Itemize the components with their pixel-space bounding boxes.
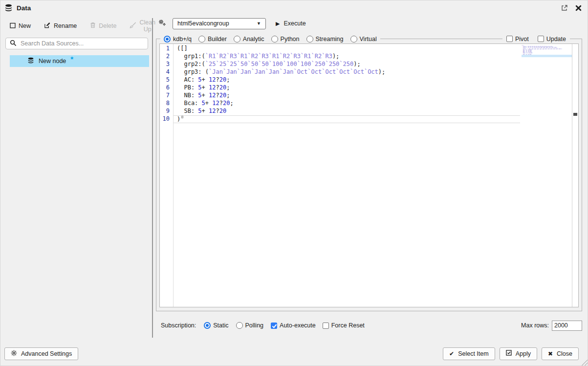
toolbar-new-button[interactable]: New [10, 22, 31, 30]
checkbox-label: Update [546, 36, 566, 43]
modified-indicator: * [70, 57, 73, 62]
chevron-down-icon: ▼ [257, 21, 261, 26]
radio-label: Analytic [243, 36, 264, 43]
max-rows-group: Max rows: [521, 321, 582, 331]
mode-kdb-q-radio[interactable]: kdb+/q [164, 36, 192, 43]
code-line: PB: 5+ 12?20; [174, 84, 520, 92]
force-reset-checkbox[interactable]: Force Reset [323, 322, 365, 329]
line-number: 6 [160, 84, 173, 92]
node-label: New node [39, 58, 66, 65]
auto-execute-checkbox[interactable]: Auto-execute [271, 322, 316, 329]
connection-settings-icon[interactable] [158, 19, 166, 28]
radio-icon [236, 322, 243, 329]
mode-python-radio[interactable]: Python [271, 36, 300, 43]
x-icon: ✖ [548, 350, 553, 357]
query-type-radios: kdb+/qBuilderAnalyticPythonStreamingVirt… [160, 34, 380, 44]
toolbar-button-label: New [19, 22, 31, 29]
advanced-settings-label: Advanced Settings [21, 350, 72, 357]
data-dialog: Data NewRenameDeleteClean Up New node* [0, 0, 588, 366]
query-group: kdb+/qBuilderAnalyticPythonStreamingVirt… [156, 39, 582, 311]
checkbox-label: Pivot [515, 36, 529, 43]
search-icon [10, 40, 16, 47]
select-item-button[interactable]: ✔ Select Item [443, 347, 495, 360]
checkbox-icon [323, 323, 329, 329]
subscription-checkboxes: Auto-executeForce Reset [271, 322, 371, 329]
scrollbar-thumb[interactable] [573, 113, 577, 116]
code-line: grp3: (`Jan`Jan`Jan`Jan`Jan`Jan`Oct`Oct`… [174, 68, 520, 76]
new-file-icon [10, 22, 16, 30]
check-icon: ✔ [449, 350, 454, 357]
dialog-footer: Advanced Settings ✔ Select Item Apply ✖ … [0, 342, 588, 366]
checkbox-icon [538, 36, 544, 42]
subscription-radios: StaticPolling [204, 322, 271, 329]
code-line: NB: 5+ 12?20; [174, 92, 520, 100]
text-cursor [181, 116, 183, 118]
mode-builder-radio[interactable]: Builder [198, 36, 227, 43]
toolbar-rename-button[interactable]: Rename [44, 22, 77, 30]
radio-label: Streaming [316, 36, 344, 43]
code-minimap[interactable]: ([] grp1:(`R1`R2`R3`R1`R2`R3`R1`R2`R3`R1… [520, 44, 572, 307]
toolbar-button-label: Rename [54, 22, 77, 29]
code-line: ) [174, 115, 520, 123]
toolbar-delete-button: Delete [90, 22, 116, 30]
pivot-checkbox[interactable]: Pivot [506, 36, 529, 43]
gear-icon [11, 350, 17, 358]
line-number-gutter: 12345678910 [160, 44, 174, 307]
max-rows-input[interactable] [552, 321, 582, 331]
subscription-static-radio[interactable]: Static [204, 322, 228, 329]
connection-dropdown[interactable]: html5evalcongroup ▼ [173, 18, 266, 29]
minimap-line: ) [522, 55, 572, 57]
code-line: AC: 5+ 12?20; [174, 76, 520, 84]
code-area[interactable]: ([] grp1:(`R1`R2`R3`R1`R2`R3`R1`R2`R3`R1… [174, 44, 520, 307]
radio-label: Virtual [360, 36, 377, 43]
radio-label: Builder [208, 36, 227, 43]
mode-virtual-radio[interactable]: Virtual [350, 36, 377, 43]
line-number: 3 [160, 61, 173, 68]
database-icon [4, 4, 13, 12]
data-source-list: New node* [0, 55, 152, 67]
line-number: 10 [160, 115, 173, 123]
execute-label: Execute [283, 20, 305, 27]
subscription-row: Subscription: StaticPolling Auto-execute… [161, 319, 582, 332]
subscription-polling-radio[interactable]: Polling [236, 322, 264, 329]
line-number: 5 [160, 76, 173, 84]
search-input[interactable] [20, 40, 144, 47]
editor-panel: html5evalcongroup ▼ ▶ Execute kdb+/qBuil… [153, 15, 588, 342]
code-line: Bca: 5+ 12?20; [174, 100, 520, 108]
data-sources-panel: NewRenameDeleteClean Up New node* [0, 15, 152, 342]
code-line: grp2:(`25`25`25`50`50`50`100`100`100`250… [174, 61, 520, 68]
popout-icon[interactable] [561, 4, 568, 11]
connection-toolbar: html5evalcongroup ▼ ▶ Execute [158, 17, 306, 30]
line-number: 7 [160, 92, 173, 100]
search-box [5, 38, 148, 49]
radio-icon [164, 36, 171, 43]
code-line: grp1:(`R1`R2`R3`R1`R2`R3`R1`R2`R3`R1`R2`… [174, 53, 520, 61]
apply-button[interactable]: Apply [500, 347, 537, 360]
code-line: ([] [174, 45, 520, 53]
mode-streaming-radio[interactable]: Streaming [306, 36, 344, 43]
mode-analytic-radio[interactable]: Analytic [234, 36, 264, 43]
box-check-icon [506, 350, 512, 357]
code-line: SB: 5+ 12?20 [174, 108, 520, 115]
radio-icon [204, 322, 211, 329]
radio-icon [198, 36, 205, 43]
execute-button[interactable]: ▶ Execute [276, 20, 306, 27]
pivot-update-flags: PivotUpdate [502, 34, 570, 44]
radio-icon [306, 36, 313, 43]
checkbox-label: Auto-execute [280, 322, 316, 329]
update-checkbox[interactable]: Update [538, 36, 566, 43]
line-number: 1 [160, 45, 173, 53]
broom-icon [130, 22, 136, 30]
apply-label: Apply [516, 350, 531, 357]
dialog-header: Data [0, 0, 588, 15]
close-label: Close [557, 350, 572, 357]
close-button[interactable]: ✖ Close [542, 347, 579, 360]
line-number: 4 [160, 68, 173, 76]
code-editor[interactable]: 12345678910 ([] grp1:(`R1`R2`R3`R1`R2`R3… [159, 43, 579, 307]
advanced-settings-button[interactable]: Advanced Settings [4, 347, 78, 360]
close-icon[interactable] [575, 5, 582, 11]
line-number: 8 [160, 100, 173, 108]
list-item[interactable]: New node* [10, 55, 149, 67]
editor-scrollbar[interactable] [572, 44, 578, 307]
radio-label: Static [213, 322, 228, 329]
